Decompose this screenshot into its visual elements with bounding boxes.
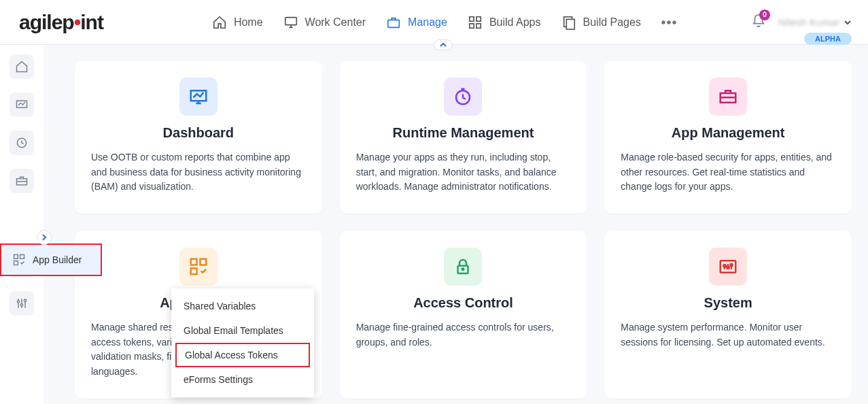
top-nav: Home Work Center Manage Build Apps Build… [212,15,676,30]
svg-rect-5 [476,23,481,27]
svg-point-32 [731,264,733,266]
svg-point-10 [673,20,676,23]
svg-rect-18 [14,255,18,259]
sidebar-item-system[interactable] [10,291,34,316]
chevron-up-icon [439,42,447,48]
sidebar-item-label: App Builder [33,254,82,265]
toolbox-icon [15,174,29,188]
svg-rect-24 [191,259,197,265]
svg-point-31 [727,267,729,269]
svg-point-16 [20,304,22,306]
submenu-shared-variables[interactable]: Shared Variables [171,294,314,318]
svg-rect-2 [470,16,474,20]
nav-more[interactable] [661,20,676,24]
svg-rect-25 [200,259,206,265]
nav-build-apps-label: Build Apps [489,16,541,29]
card-desc: Use OOTB or custom reports that combine … [91,150,306,195]
svg-point-28 [462,269,464,271]
sidebar-item-home[interactable] [10,54,34,79]
svg-point-8 [662,20,665,23]
card-title: Dashboard [163,125,234,141]
content-area: App Builder Dashboard Use OOTB or custom… [0,45,868,404]
card-desc: Manage system performance. Monitor user … [621,320,835,350]
chevron-right-icon [41,234,48,241]
pages-icon [561,15,576,30]
collapse-toggle[interactable] [434,39,453,50]
toolbox-icon [709,78,747,116]
card-desc: Manage your apps as they run, including … [356,150,571,195]
dots-icon [661,20,676,24]
user-menu[interactable]: Nilesh Kumar [778,16,852,28]
card-system[interactable]: System Manage system performance. Monito… [604,231,852,399]
sidebar-item-app-mgmt[interactable] [10,169,34,193]
logo: agilep•int [19,11,103,34]
nav-work-center[interactable]: Work Center [283,15,366,30]
nav-build-apps[interactable]: Build Apps [468,15,541,30]
notifications[interactable]: 0 [751,14,766,31]
card-title: Runtime Management [393,125,534,141]
submenu-eforms-settings[interactable]: eForms Settings [171,367,314,392]
nav-work-center-label: Work Center [305,16,366,29]
sidebar-item-app-builder[interactable]: App Builder [0,243,102,276]
sidebar-item-dashboard[interactable] [10,92,34,117]
stopwatch-icon [444,78,482,116]
svg-point-17 [24,299,26,301]
nav-manage[interactable]: Manage [386,15,447,30]
lock-icon [444,248,482,286]
svg-rect-20 [14,261,18,265]
nav-home-label: Home [234,16,263,29]
cards-grid: Dashboard Use OOTB or custom reports tha… [44,45,868,404]
home-icon [15,60,29,73]
header-right: 0 Nilesh Kumar [751,14,852,31]
card-access-control[interactable]: Access Control Manage fine-grained acces… [340,231,587,399]
sidebar-item-runtime[interactable] [10,131,34,155]
clock-icon [15,136,29,150]
submenu-global-access-tokens[interactable]: Global Access Tokens [175,343,310,367]
card-title: App Management [672,125,785,141]
card-dashboard[interactable]: Dashboard Use OOTB or custom reports tha… [75,61,322,214]
sliders-icon [15,297,29,310]
alpha-badge: ALPHA [804,33,852,45]
top-header: agilep•int Home Work Center Manage Build… [0,0,868,45]
svg-rect-7 [566,19,574,29]
sidebar: App Builder [0,45,44,404]
grid-check-icon [12,253,26,267]
chevron-down-icon [844,18,852,27]
svg-rect-1 [388,20,400,27]
apps-icon [468,15,483,30]
nav-home[interactable]: Home [212,15,263,30]
home-icon [212,15,227,30]
app-builder-submenu: Shared Variables Global Email Templates … [171,288,314,397]
card-desc: Manage fine-grained access controls for … [356,320,571,350]
sliders-icon [709,248,747,286]
svg-rect-4 [470,23,474,27]
nav-manage-label: Manage [408,16,447,29]
nav-build-pages[interactable]: Build Pages [561,15,641,30]
bell-count: 0 [759,10,770,20]
submenu-global-email-templates[interactable]: Global Email Templates [171,318,314,343]
svg-rect-26 [191,269,197,275]
card-app-mgmt[interactable]: App Management Manage role-based securit… [604,61,852,214]
card-title: System [704,295,752,311]
svg-rect-19 [20,255,24,259]
svg-point-30 [724,265,726,267]
username: Nilesh Kumar [778,16,839,28]
svg-point-9 [667,20,670,23]
card-desc: Manage role-based security for apps, ent… [621,150,835,195]
monitor-icon [283,15,298,30]
nav-build-pages-label: Build Pages [583,16,641,29]
dashboard-icon [179,78,218,116]
grid-check-icon [179,248,218,286]
briefcase-icon [386,15,401,30]
svg-rect-3 [476,16,481,20]
sidebar-expand-toggle[interactable] [37,230,52,245]
card-title: Access Control [413,295,513,311]
card-runtime[interactable]: Runtime Management Manage your apps as t… [340,61,587,214]
svg-rect-0 [285,17,296,24]
svg-point-15 [17,301,19,303]
chart-icon [15,98,29,112]
